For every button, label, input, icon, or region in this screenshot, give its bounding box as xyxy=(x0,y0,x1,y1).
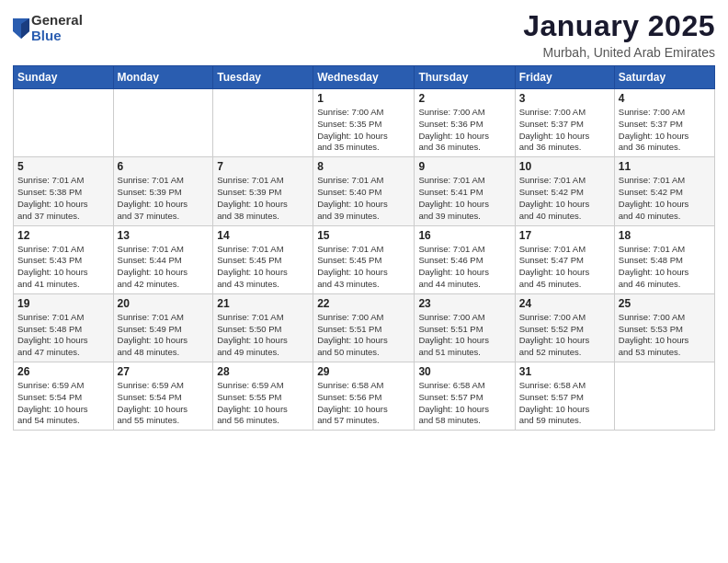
day-info: Sunrise: 7:01 AMSunset: 5:44 PMDaylight:… xyxy=(118,244,210,291)
col-sunday: Sunday xyxy=(14,66,114,89)
calendar-cell-w3-d6: 17Sunrise: 7:01 AMSunset: 5:47 PMDayligh… xyxy=(515,225,614,293)
calendar-cell-w1-d2 xyxy=(113,89,213,157)
logo: General Blue xyxy=(13,13,83,43)
logo-text: General Blue xyxy=(31,13,83,43)
day-number: 29 xyxy=(317,365,410,378)
calendar-cell-w4-d4: 22Sunrise: 7:00 AMSunset: 5:51 PMDayligh… xyxy=(313,293,415,362)
calendar-cell-w4-d1: 19Sunrise: 7:01 AMSunset: 5:48 PMDayligh… xyxy=(14,293,114,362)
day-number: 6 xyxy=(118,160,210,173)
calendar-cell-w5-d4: 29Sunrise: 6:58 AMSunset: 5:56 PMDayligh… xyxy=(313,362,415,431)
day-info: Sunrise: 7:01 AMSunset: 5:47 PMDaylight:… xyxy=(519,244,610,291)
calendar-cell-w3-d7: 18Sunrise: 7:01 AMSunset: 5:48 PMDayligh… xyxy=(614,225,714,293)
calendar-cell-w1-d7: 4Sunrise: 7:00 AMSunset: 5:37 PMDaylight… xyxy=(614,89,714,157)
calendar-cell-w5-d1: 26Sunrise: 6:59 AMSunset: 5:54 PMDayligh… xyxy=(14,362,114,431)
calendar-cell-w4-d6: 24Sunrise: 7:00 AMSunset: 5:52 PMDayligh… xyxy=(515,293,614,362)
col-monday: Monday xyxy=(113,66,213,89)
calendar-cell-w1-d1 xyxy=(14,89,114,157)
calendar-cell-w4-d3: 21Sunrise: 7:01 AMSunset: 5:50 PMDayligh… xyxy=(213,293,313,362)
day-info: Sunrise: 7:01 AMSunset: 5:45 PMDaylight:… xyxy=(217,244,309,291)
col-tuesday: Tuesday xyxy=(213,66,313,89)
day-number: 2 xyxy=(418,92,510,105)
col-wednesday: Wednesday xyxy=(313,66,415,89)
day-number: 1 xyxy=(317,92,410,105)
day-number: 20 xyxy=(118,297,210,310)
day-info: Sunrise: 7:00 AMSunset: 5:36 PMDaylight:… xyxy=(418,107,510,154)
day-info: Sunrise: 7:00 AMSunset: 5:53 PMDaylight:… xyxy=(619,312,711,359)
day-info: Sunrise: 7:01 AMSunset: 5:43 PMDaylight:… xyxy=(17,244,109,291)
day-info: Sunrise: 7:01 AMSunset: 5:38 PMDaylight:… xyxy=(17,175,109,222)
day-number: 11 xyxy=(619,160,711,173)
calendar-week-1: 1Sunrise: 7:00 AMSunset: 5:35 PMDaylight… xyxy=(14,89,715,157)
day-info: Sunrise: 7:01 AMSunset: 5:48 PMDaylight:… xyxy=(17,312,109,359)
calendar-cell-w3-d4: 15Sunrise: 7:01 AMSunset: 5:45 PMDayligh… xyxy=(313,225,415,293)
calendar-week-5: 26Sunrise: 6:59 AMSunset: 5:54 PMDayligh… xyxy=(14,362,715,431)
header: General Blue January 2025 Murbah, United… xyxy=(13,9,715,60)
day-number: 27 xyxy=(118,365,210,378)
day-number: 13 xyxy=(118,229,210,242)
day-info: Sunrise: 7:01 AMSunset: 5:45 PMDaylight:… xyxy=(317,244,410,291)
day-info: Sunrise: 7:01 AMSunset: 5:41 PMDaylight:… xyxy=(418,175,510,222)
calendar-cell-w2-d6: 10Sunrise: 7:01 AMSunset: 5:42 PMDayligh… xyxy=(515,157,614,225)
day-info: Sunrise: 7:01 AMSunset: 5:39 PMDaylight:… xyxy=(217,175,309,222)
day-info: Sunrise: 6:58 AMSunset: 5:57 PMDaylight:… xyxy=(519,380,610,427)
day-number: 17 xyxy=(519,229,610,242)
day-number: 22 xyxy=(317,297,410,310)
day-info: Sunrise: 7:01 AMSunset: 5:39 PMDaylight:… xyxy=(118,175,210,222)
day-info: Sunrise: 7:00 AMSunset: 5:37 PMDaylight:… xyxy=(619,107,711,154)
day-number: 7 xyxy=(217,160,309,173)
calendar-week-3: 12Sunrise: 7:01 AMSunset: 5:43 PMDayligh… xyxy=(14,225,715,293)
day-number: 5 xyxy=(17,160,109,173)
logo-blue-text: Blue xyxy=(31,29,83,44)
calendar-location: Murbah, United Arab Emirates xyxy=(523,45,715,60)
calendar-cell-w1-d3 xyxy=(213,89,313,157)
calendar-cell-w3-d2: 13Sunrise: 7:01 AMSunset: 5:44 PMDayligh… xyxy=(113,225,213,293)
day-info: Sunrise: 7:01 AMSunset: 5:40 PMDaylight:… xyxy=(317,175,410,222)
calendar-cell-w5-d5: 30Sunrise: 6:58 AMSunset: 5:57 PMDayligh… xyxy=(415,362,515,431)
col-thursday: Thursday xyxy=(415,66,515,89)
day-info: Sunrise: 7:00 AMSunset: 5:51 PMDaylight:… xyxy=(317,312,410,359)
calendar-cell-w2-d5: 9Sunrise: 7:01 AMSunset: 5:41 PMDaylight… xyxy=(415,157,515,225)
calendar-cell-w3-d1: 12Sunrise: 7:01 AMSunset: 5:43 PMDayligh… xyxy=(14,225,114,293)
day-info: Sunrise: 6:58 AMSunset: 5:56 PMDaylight:… xyxy=(317,380,410,427)
day-number: 4 xyxy=(619,92,711,105)
day-info: Sunrise: 7:01 AMSunset: 5:42 PMDaylight:… xyxy=(519,175,610,222)
calendar-cell-w2-d3: 7Sunrise: 7:01 AMSunset: 5:39 PMDaylight… xyxy=(213,157,313,225)
day-info: Sunrise: 7:00 AMSunset: 5:52 PMDaylight:… xyxy=(519,312,610,359)
calendar-week-2: 5Sunrise: 7:01 AMSunset: 5:38 PMDaylight… xyxy=(14,157,715,225)
day-info: Sunrise: 7:01 AMSunset: 5:49 PMDaylight:… xyxy=(118,312,210,359)
day-number: 23 xyxy=(418,297,510,310)
day-number: 28 xyxy=(217,365,309,378)
day-number: 21 xyxy=(217,297,309,310)
day-info: Sunrise: 7:01 AMSunset: 5:48 PMDaylight:… xyxy=(619,244,711,291)
day-info: Sunrise: 7:01 AMSunset: 5:42 PMDaylight:… xyxy=(619,175,711,222)
calendar-cell-w1-d4: 1Sunrise: 7:00 AMSunset: 5:35 PMDaylight… xyxy=(313,89,415,157)
day-info: Sunrise: 7:01 AMSunset: 5:46 PMDaylight:… xyxy=(418,244,510,291)
title-block: January 2025 Murbah, United Arab Emirate… xyxy=(523,9,715,60)
day-number: 18 xyxy=(619,229,711,242)
calendar-cell-w5-d3: 28Sunrise: 6:59 AMSunset: 5:55 PMDayligh… xyxy=(213,362,313,431)
day-info: Sunrise: 7:00 AMSunset: 5:35 PMDaylight:… xyxy=(317,107,410,154)
day-info: Sunrise: 7:01 AMSunset: 5:50 PMDaylight:… xyxy=(217,312,309,359)
day-info: Sunrise: 6:59 AMSunset: 5:55 PMDaylight:… xyxy=(217,380,309,427)
day-info: Sunrise: 6:59 AMSunset: 5:54 PMDaylight:… xyxy=(118,380,210,427)
day-number: 3 xyxy=(519,92,610,105)
day-number: 26 xyxy=(17,365,109,378)
day-number: 12 xyxy=(17,229,109,242)
day-number: 10 xyxy=(519,160,610,173)
day-number: 25 xyxy=(619,297,711,310)
calendar-cell-w2-d4: 8Sunrise: 7:01 AMSunset: 5:40 PMDaylight… xyxy=(313,157,415,225)
day-info: Sunrise: 7:00 AMSunset: 5:37 PMDaylight:… xyxy=(519,107,610,154)
day-number: 16 xyxy=(418,229,510,242)
calendar-week-4: 19Sunrise: 7:01 AMSunset: 5:48 PMDayligh… xyxy=(14,293,715,362)
day-info: Sunrise: 6:59 AMSunset: 5:54 PMDaylight:… xyxy=(17,380,109,427)
calendar-table: Sunday Monday Tuesday Wednesday Thursday… xyxy=(13,65,715,431)
logo-icon xyxy=(13,18,29,39)
day-number: 30 xyxy=(418,365,510,378)
day-number: 8 xyxy=(317,160,410,173)
calendar-cell-w2-d1: 5Sunrise: 7:01 AMSunset: 5:38 PMDaylight… xyxy=(14,157,114,225)
calendar-cell-w4-d2: 20Sunrise: 7:01 AMSunset: 5:49 PMDayligh… xyxy=(113,293,213,362)
calendar-cell-w3-d5: 16Sunrise: 7:01 AMSunset: 5:46 PMDayligh… xyxy=(415,225,515,293)
calendar-cell-w4-d7: 25Sunrise: 7:00 AMSunset: 5:53 PMDayligh… xyxy=(614,293,714,362)
calendar-cell-w2-d2: 6Sunrise: 7:01 AMSunset: 5:39 PMDaylight… xyxy=(113,157,213,225)
calendar-cell-w4-d5: 23Sunrise: 7:00 AMSunset: 5:51 PMDayligh… xyxy=(415,293,515,362)
